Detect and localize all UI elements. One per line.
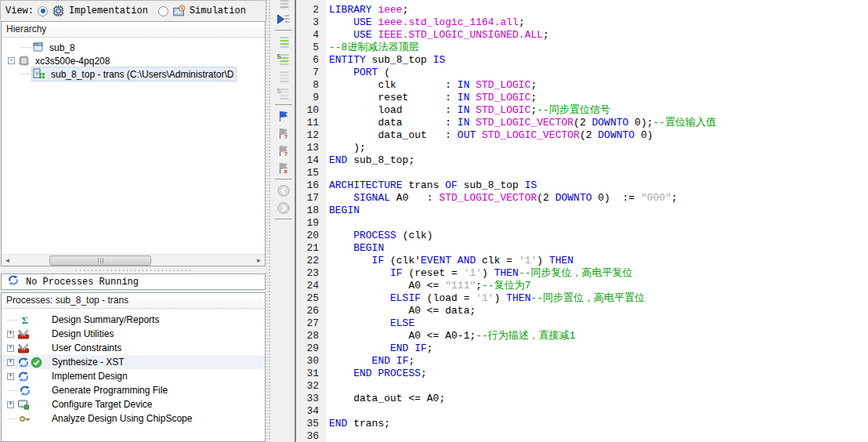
line-number: 19: [296, 217, 326, 230]
scrollbar-track[interactable]: [13, 255, 253, 266]
code-text: [326, 430, 329, 442]
line-number: 17: [296, 192, 326, 205]
summary-icon: Σ: [19, 314, 49, 326]
tree-connector: [7, 390, 17, 391]
code-area[interactable]: 12LIBRARY ieee;3 USE ieee.std_logic_1164…: [296, 0, 868, 442]
hierarchy-item-sub_8[interactable]: sub_8: [2, 41, 265, 54]
hierarchy-header: Hierarchy: [2, 22, 265, 38]
toolbar-drag-handle[interactable]: [266, 0, 272, 442]
process-item-analyze-design-using-chipscope[interactable]: Analyze Design Using ChipScope: [2, 411, 265, 426]
scroll-right-icon[interactable]: ►: [253, 255, 265, 266]
implementation-icon: [52, 5, 65, 17]
code-editor[interactable]: 12LIBRARY ieee;3 USE ieee.std_logic_1164…: [296, 0, 868, 442]
tree-connector: [20, 47, 31, 48]
implementation-label[interactable]: Implementation: [69, 5, 148, 16]
code-text: [326, 405, 329, 418]
toggle-bookmark-icon[interactable]: [275, 33, 292, 50]
code-text: SIGNAL A0 : STD_LOGIC_VECTOR(2 DOWNTO 0)…: [326, 192, 678, 205]
line-number: 22: [296, 255, 326, 267]
hierarchy-panel: Hierarchy sub_8-xc3s500e-4pq208Vsub_8_to…: [1, 21, 266, 266]
tree-expander-icon[interactable]: +: [7, 359, 14, 366]
simulation-label[interactable]: Simulation: [190, 5, 246, 16]
implementation-radio[interactable]: [38, 6, 48, 16]
code-text: ENTITY sub_8_top IS: [326, 54, 445, 67]
line-number: 29: [296, 342, 326, 355]
line-number: 4: [296, 29, 326, 42]
code-line-20: 20 PROCESS (clk): [296, 230, 868, 242]
process-status-bar: No Processes Running: [1, 274, 266, 290]
process-item-design-summary-reports[interactable]: ΣDesign Summary/Reports: [2, 313, 265, 327]
editor-toolbar-icons: 55??x: [272, 0, 295, 442]
next-flag-icon[interactable]: ?: [275, 125, 292, 142]
code-text: END sub_8_top;: [326, 154, 414, 167]
line-number: 15: [296, 167, 326, 179]
clear-flags-icon[interactable]: x: [275, 159, 292, 176]
line-number: 8: [296, 79, 326, 92]
code-text: IF (reset = '1') THEN--同步复位，高电平复位: [326, 267, 632, 280]
process-item-configure-target-device[interactable]: +Configure Target Device: [2, 397, 265, 411]
next-bookmark-icon[interactable]: 5: [275, 50, 292, 67]
prev-bookmark-icon[interactable]: [275, 67, 292, 85]
code-line-16: 16ARCHITECTURE trans OF sub_8_top IS: [296, 179, 868, 192]
process-item-implement-design[interactable]: + Implement Design: [2, 369, 265, 383]
nav-forward-icon[interactable]: [275, 199, 292, 216]
code-line-5: 5--8进制减法器顶层: [296, 42, 868, 54]
code-line-23: 23 IF (reset = '1') THEN--同步复位，高电平复位: [296, 267, 868, 280]
process-icon: [17, 357, 47, 368]
view-label: View:: [5, 5, 34, 16]
hierarchy-item-xc3s500e-4pq208[interactable]: -xc3s500e-4pq208: [2, 54, 265, 67]
code-line-8: 8 clk : IN STD_LOGIC;: [296, 79, 868, 92]
code-text: USE IEEE.STD_LOGIC_UNSIGNED.ALL;: [326, 29, 549, 42]
tree-expander-icon[interactable]: +: [7, 401, 14, 408]
hierarchy-tree: sub_8-xc3s500e-4pq208Vsub_8_top - trans …: [2, 38, 265, 254]
process-item-label: Generate Programming File: [52, 385, 168, 396]
code-line-7: 7 PORT (: [296, 67, 868, 79]
process-item-synthesize-xst[interactable]: + Synthesize - XST: [2, 355, 265, 369]
code-line-36: 36: [296, 430, 868, 442]
tree-expander-icon[interactable]: +: [7, 373, 14, 380]
line-number: 36: [296, 430, 326, 442]
line-number: 32: [296, 380, 326, 393]
panel-splitter[interactable]: [0, 266, 266, 274]
toolbar-separator: [275, 179, 292, 179]
line-number: 28: [296, 330, 326, 342]
code-text: data_out : OUT STD_LOGIC_VECTOR(2 DOWNTO…: [326, 129, 653, 142]
project-icon: [32, 42, 44, 53]
hierarchy-item-sub_8_top[interactable]: Vsub_8_top - trans (C:\Users\Administrat…: [2, 67, 265, 81]
process-item-design-utilities[interactable]: +Design Utilities: [2, 327, 265, 341]
code-text: LIBRARY ieee;: [326, 4, 408, 16]
line-number: 12: [296, 129, 326, 142]
simulation-radio[interactable]: [158, 6, 168, 16]
toolbar-separator: [275, 104, 292, 105]
add-flag-icon[interactable]: [275, 107, 292, 125]
utilities-icon: [17, 342, 47, 354]
process-item-generate-programming-file[interactable]: Generate Programming File: [2, 383, 265, 397]
code-line-3: 3 USE ieee.std_logic_1164.all;: [296, 16, 868, 29]
code-line-35: 35END trans;: [296, 418, 868, 430]
code-text: END PROCESS;: [326, 368, 427, 380]
prev-flag-icon[interactable]: ?: [275, 142, 292, 159]
svg-text:?: ?: [284, 150, 288, 158]
code-text: PORT (: [326, 67, 390, 79]
scroll-left-icon[interactable]: ◄: [2, 255, 13, 266]
code-line-21: 21 BEGIN: [296, 242, 868, 255]
svg-text:5: 5: [277, 53, 280, 60]
tree-expander-icon[interactable]: +: [7, 331, 14, 338]
code-text: END IF;: [326, 355, 414, 368]
scrollbar-thumb[interactable]: [49, 255, 151, 266]
tree-expander-icon[interactable]: +: [7, 345, 14, 352]
tree-expander-icon[interactable]: -: [8, 57, 15, 64]
goto-marker-icon[interactable]: [275, 10, 292, 27]
process-item-user-constraints[interactable]: +User Constraints: [2, 341, 265, 355]
line-number: 5: [296, 42, 326, 54]
hierarchy-hscrollbar[interactable]: ◄ ►: [2, 254, 265, 266]
process-item-label: Design Utilities: [52, 328, 114, 339]
clear-bookmarks-icon[interactable]: 5: [275, 85, 292, 102]
code-line-6: 6ENTITY sub_8_top IS: [296, 54, 868, 67]
line-number: 27: [296, 317, 326, 330]
list-icon[interactable]: [275, 0, 292, 10]
line-number: 26: [296, 305, 326, 317]
nav-back-icon[interactable]: [275, 182, 292, 199]
code-text: A0 <= data;: [326, 305, 476, 317]
svg-text:?: ?: [284, 133, 288, 140]
